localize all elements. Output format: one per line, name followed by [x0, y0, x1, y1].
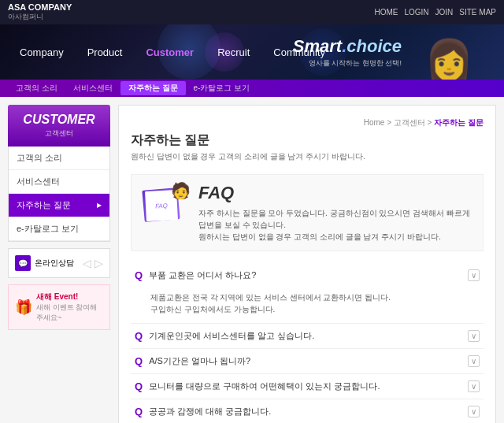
login-link[interactable]: LOGIN: [404, 8, 428, 17]
consult-label: 온라인상담: [35, 258, 74, 269]
page-desc: 원하신 답변이 없을 경우 고객의 소리에 글을 남겨 주시기 바랍니다.: [131, 151, 484, 162]
faq-item-2: Q 기계운인곳에 서비스센터를 알고 싶습니다. ∨: [131, 324, 484, 349]
breadcrumb-current: 자주하는 질문: [434, 118, 484, 127]
breadcrumb: Home > 고객센터 > 자주하는 질문: [131, 117, 484, 128]
main-layout: CUSTOMER 고객센터 고객의 소리 서비스센터 자주하는 질문 e-카탈로…: [0, 97, 504, 423]
faq-toggle-4[interactable]: ∨: [468, 380, 480, 392]
sidebar-subtitle: 고객센터: [16, 128, 102, 139]
content-area: Home > 고객센터 > 자주하는 질문 자주하는 질문 원하신 답변이 없을…: [118, 105, 496, 423]
sidebar-item-faq[interactable]: 자주하는 질문: [9, 194, 109, 217]
sidebar-menu: 고객의 소리 서비스센터 자주하는 질문 e-카탈로그 보기: [8, 147, 110, 242]
sidebar-header: CUSTOMER 고객센터: [8, 105, 110, 147]
faq-item-1: Q 부품 교환은 어디서 하나요? ∨ 제품교환은 전국 각 지역에 있는 서비…: [131, 263, 484, 324]
faq-item-3: Q A/S기간은 얼마나 됩니까? ∨: [131, 349, 484, 374]
subnav-customer-voice[interactable]: 고객의 소리: [8, 83, 65, 94]
choice-text: choice: [346, 36, 402, 56]
faq-list: Q 부품 교환은 어디서 하나요? ∨ 제품교환은 전국 각 지역에 있는 서비…: [131, 263, 484, 423]
header: Company Product Customer Recruit Communi…: [0, 24, 504, 80]
page-title: 자주하는 질문: [131, 132, 484, 149]
company-name: ASA COMPANY: [8, 2, 72, 12]
faq-item-4: Q 모니터를 대량으로 구매하여 어떤혜택이 있는지 궁금합니다. ∨: [131, 374, 484, 399]
faq-description: 자주 하시는 질문을 모아 두었습니다. 궁금하신점이 있으시면 검색해서 빠르…: [198, 207, 475, 243]
faq-question-4[interactable]: Q 모니터를 대량으로 구매하여 어떤혜택이 있는지 궁금합니다. ∨: [131, 374, 484, 399]
sidebar: CUSTOMER 고객센터 고객의 소리 서비스센터 자주하는 질문 e-카탈로…: [8, 105, 110, 423]
sidebar-title: CUSTOMER: [16, 113, 102, 127]
sitemap-link[interactable]: SITE MAP: [459, 8, 496, 17]
faq-header: FAQ 🧑 FAQ 자주 하시는 질문을 모아 두었습니다. 궁금하신점이 있으…: [131, 174, 484, 251]
event-label: 새해 Event!: [36, 291, 103, 302]
main-nav: Company Product Customer Recruit Communi…: [0, 40, 268, 65]
faq-q2-text: 기계운인곳에 서비스센터를 알고 싶습니다.: [149, 330, 314, 342]
faq-question-5[interactable]: Q 공공과 감쟁에 대해 궁금합니다. ∨: [131, 399, 484, 423]
nav-community[interactable]: Community: [261, 40, 337, 65]
home-link[interactable]: HOME: [374, 8, 398, 17]
nav-customer[interactable]: Customer: [134, 40, 206, 65]
join-link[interactable]: JOIN: [435, 8, 454, 17]
faq-answer-1: 제품교환은 전국 각 지역에 있는 서비스 센터에서 교환하시면 됩니다. 구입…: [131, 288, 484, 323]
consult-icon: 💬: [15, 255, 31, 271]
nav-recruit[interactable]: Recruit: [206, 40, 261, 65]
top-bar-links: HOME LOGIN JOIN SITE MAP: [374, 8, 496, 17]
nav-company[interactable]: Company: [8, 40, 76, 65]
faq-q3-text: A/S기간은 얼마나 됩니까?: [149, 355, 250, 367]
faq-question-2[interactable]: Q 기계운인곳에 서비스센터를 알고 싶습니다. ∨: [131, 324, 484, 348]
faq-toggle-2[interactable]: ∨: [468, 330, 480, 342]
sidebar-item-catalog[interactable]: e-카탈로그 보기: [9, 217, 109, 241]
faq-q4-text: 모니터를 대량으로 구매하여 어떤혜택이 있는지 궁금합니다.: [149, 380, 380, 392]
company-name-kr: 아사컴퍼니: [8, 12, 72, 22]
sidebar-item-voice[interactable]: 고객의 소리: [9, 147, 109, 170]
consult-nav-icons: ◁ ▷: [83, 257, 103, 269]
sidebar-item-service[interactable]: 서비스센터: [9, 170, 109, 194]
sidebar-consult[interactable]: 💬 온라인상담 ◁ ▷: [8, 248, 110, 278]
sub-nav: 고객의 소리 서비스센터 자주하는 질문 e-카탈로그 보기: [0, 80, 504, 97]
nav-product[interactable]: Product: [76, 40, 135, 65]
faq-question-3[interactable]: Q A/S기간은 얼마나 됩니까? ∨: [131, 349, 484, 373]
faq-toggle-5[interactable]: ∨: [468, 406, 480, 417]
top-bar: ASA COMPANY 아사컴퍼니 HOME LOGIN JOIN SITE M…: [0, 0, 504, 24]
faq-intro: FAQ 자주 하시는 질문을 모아 두었습니다. 궁금하신점이 있으시면 검색해…: [198, 183, 475, 243]
subnav-catalog[interactable]: e-카탈로그 보기: [186, 83, 258, 94]
subnav-service-center[interactable]: 서비스센터: [65, 83, 120, 94]
faq-question-1[interactable]: Q 부품 교환은 어디서 하나요? ∨: [131, 263, 484, 288]
faq-toggle-1[interactable]: ∨: [468, 269, 480, 281]
subnav-faq[interactable]: 자주하는 질문: [120, 81, 186, 95]
sidebar-event[interactable]: 🎁 새해 Event! 새해 이벤트 참여해주세요~: [8, 284, 110, 330]
event-icon: 🎁: [15, 299, 32, 316]
event-sub: 새해 이벤트 참여해주세요~: [36, 302, 103, 323]
faq-q5-text: 공공과 감쟁에 대해 궁금합니다.: [149, 406, 271, 417]
faq-illustration: FAQ 🧑: [139, 183, 187, 230]
faq-item-5: Q 공공과 감쟁에 대해 궁금합니다. ∨: [131, 399, 484, 423]
faq-toggle-3[interactable]: ∨: [468, 355, 480, 367]
faq-title: FAQ: [198, 183, 475, 203]
faq-q1-text: 부품 교환은 어디서 하나요?: [149, 269, 256, 281]
